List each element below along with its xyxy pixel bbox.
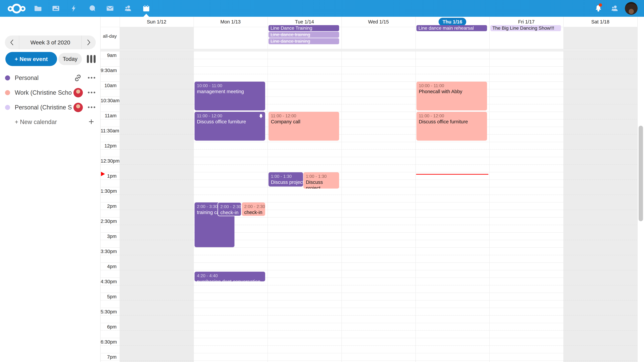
contacts-icon[interactable] [124, 4, 132, 12]
event-time: 11:00 - 12:00 [197, 113, 263, 119]
event-time: 2:00 - 2:30 [220, 204, 239, 210]
calendar-color-dot [5, 75, 10, 80]
calendar-event[interactable]: 1:00 - 1:30Discuss project announcement [304, 172, 339, 189]
plus-icon: + [88, 115, 94, 129]
day-header-mon: Mon 1/13 [194, 17, 268, 27]
sidebar-calendar-item[interactable]: Personal [0, 70, 100, 85]
event-title: Discuss office furniture [419, 119, 485, 125]
scrollbar-track [637, 17, 644, 362]
calendar-event[interactable]: 4:20 - 4:40purchasing dept conversation [194, 272, 265, 281]
link-icon[interactable] [74, 73, 82, 82]
folder-icon[interactable] [34, 4, 42, 12]
time-label: 11:30am [100, 128, 116, 134]
activity-icon[interactable] [70, 4, 78, 12]
calendar-event[interactable]: 10:00 - 11:00Phonecall with Abby [416, 82, 487, 110]
weekend-shading-sun [120, 27, 194, 362]
calendar-name: Work (Christine Schott) [15, 85, 72, 100]
mail-icon[interactable] [106, 4, 114, 12]
new-calendar-button[interactable]: + New calendar+ [0, 115, 100, 129]
half-hour-line [100, 338, 637, 338]
half-hour-line [100, 263, 637, 263]
scrollbar-thumb[interactable] [639, 126, 643, 221]
logo-circle [20, 6, 26, 11]
calendar-actions-menu[interactable] [88, 106, 95, 108]
bell-icon[interactable] [594, 4, 602, 12]
time-label: 4:30pm [100, 279, 116, 284]
photos-icon[interactable] [52, 4, 60, 12]
calendar-name: Personal [15, 70, 72, 85]
new-calendar-label: + New calendar [15, 115, 57, 129]
allday-event[interactable]: The Big Line Dancing Show!!! [490, 25, 561, 31]
sidebar-calendar-item[interactable]: Work (Christine Schott) [0, 85, 100, 100]
time-label: 4pm [100, 264, 116, 269]
allday-event[interactable]: Line dance training [268, 32, 339, 38]
talk-icon[interactable] [88, 4, 96, 12]
event-title: check-in [220, 210, 239, 216]
half-hour-line [100, 187, 637, 187]
account-avatar[interactable] [625, 2, 638, 15]
half-hour-line [100, 112, 637, 112]
calendar-event[interactable]: 11:00 - 12:00Discuss office furniture [194, 112, 265, 141]
half-hour-line [100, 157, 637, 157]
quarter-hour-line [100, 346, 637, 346]
time-label: 5:30pm [100, 309, 116, 315]
half-hour-line [100, 232, 637, 233]
half-hour-line [100, 353, 637, 353]
time-label: 10am [100, 83, 116, 88]
event-title: Discuss project announcement [271, 179, 301, 185]
day-header-sat: Sat 1/18 [563, 17, 637, 27]
column-divider [194, 17, 194, 362]
calendar-event[interactable]: 11:00 - 12:00Company call [268, 112, 339, 141]
time-label: 2:30pm [100, 219, 116, 224]
time-label: 3pm [100, 234, 116, 239]
people-icon[interactable] [611, 4, 619, 12]
event-title: Discuss office furniture [197, 119, 263, 125]
calendar-event[interactable]: 11:00 - 12:00Discuss office furniture [416, 112, 487, 141]
allday-event[interactable]: Line dance main rehearsal [416, 25, 487, 31]
quarter-hour-line [100, 330, 637, 331]
quarter-hour-line [100, 225, 637, 225]
half-hour-line [100, 217, 637, 218]
time-label: 11am [100, 113, 116, 118]
shared-by-avatar [74, 103, 83, 112]
calendar-actions-menu[interactable] [88, 77, 95, 79]
time-label: 3:30pm [100, 249, 116, 254]
calendar-color-dot [5, 105, 10, 110]
column-divider [120, 17, 120, 362]
quarter-hour-line [100, 119, 637, 119]
weekend-shading-sat [563, 27, 637, 362]
half-hour-line [100, 278, 637, 278]
next-week-button[interactable] [81, 35, 96, 49]
event-time: 10:00 - 11:00 [197, 83, 263, 89]
previous-week-button[interactable] [5, 35, 19, 49]
calendar-event[interactable]: 2:00 - 2:30check-in [242, 202, 265, 216]
event-time: 11:00 - 12:00 [419, 113, 485, 119]
calendar-event[interactable]: 1:00 - 1:30Discuss project announcement [268, 172, 303, 187]
calendar-actions-menu[interactable] [88, 92, 95, 93]
calendar-event[interactable]: 2:00 - 2:30check-in [218, 202, 242, 216]
calendar-event[interactable]: 10:00 - 11:00management meeting [194, 82, 265, 110]
half-hour-line [100, 51, 637, 52]
time-label: 5pm [100, 294, 116, 300]
quarter-hour-line [100, 315, 637, 316]
view-switcher-icon[interactable] [87, 55, 96, 63]
allday-event[interactable]: Line dance training [268, 38, 339, 44]
active-app-pointer [144, 14, 149, 17]
event-title: Company call [271, 119, 337, 125]
time-label: 9am [100, 53, 116, 58]
today-button[interactable]: Today [58, 53, 82, 65]
sidebar-calendar-item[interactable]: Personal (Christine Scho... [0, 100, 100, 115]
top-navbar [0, 0, 644, 17]
column-divider [416, 17, 416, 362]
new-event-button[interactable]: + New event [5, 52, 57, 66]
nextcloud-logo[interactable] [8, 4, 28, 13]
allday-event[interactable]: Line Dance Training [268, 25, 339, 31]
event-title: purchasing dept conversation [197, 279, 263, 281]
quarter-hour-line [100, 270, 637, 270]
current-time-line [416, 174, 488, 175]
half-hour-line [100, 323, 637, 323]
week-title[interactable]: Week 3 of 2020 [19, 39, 81, 46]
today-pill: Thu 1/16 [438, 18, 466, 26]
calendar-icon[interactable] [142, 4, 150, 12]
quarter-hour-line [100, 285, 637, 285]
